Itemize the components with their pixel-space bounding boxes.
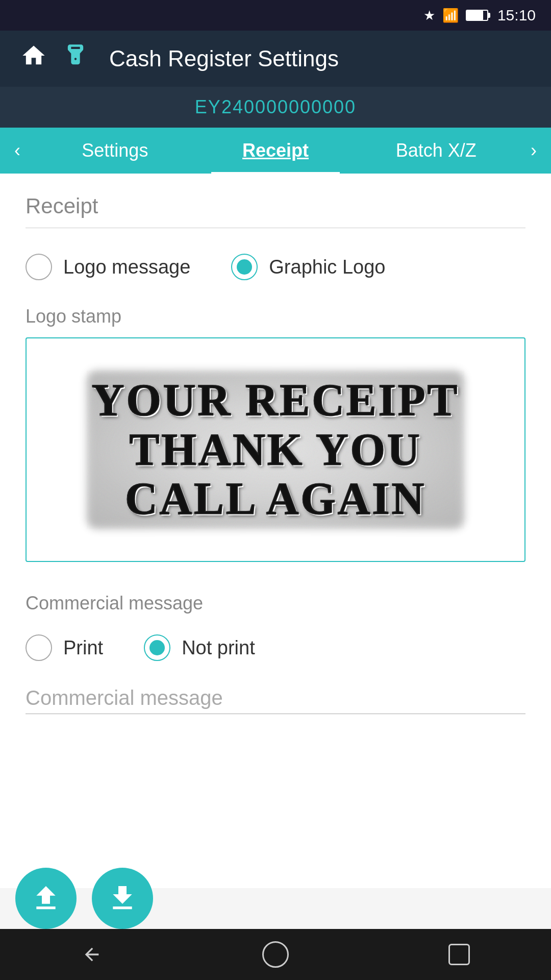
- print-radio[interactable]: [26, 634, 52, 661]
- tab-prev-arrow[interactable]: ‹: [0, 140, 35, 161]
- download-icon: [106, 882, 139, 915]
- commercial-input-line: [26, 714, 525, 714]
- download-button[interactable]: [92, 868, 153, 929]
- not-print-label: Not print: [182, 637, 255, 659]
- home-icon[interactable]: [20, 42, 47, 75]
- logo-message-label: Logo message: [63, 256, 190, 278]
- action-buttons: [15, 868, 153, 929]
- print-label: Print: [63, 637, 103, 659]
- battery-icon: [466, 10, 488, 21]
- graphic-logo-label: Graphic Logo: [269, 256, 385, 278]
- nav-back-button[interactable]: [71, 934, 112, 975]
- commercial-input-label: Commercial message: [26, 687, 525, 709]
- logo-type-radio-group: Logo message Graphic Logo: [26, 254, 525, 280]
- tab-next-arrow[interactable]: ›: [516, 140, 551, 161]
- app-header: Cash Register Settings: [0, 31, 551, 87]
- commercial-message-section-label: Commercial message: [26, 593, 525, 614]
- nav-home-button[interactable]: [255, 934, 296, 975]
- signal-icon: 📶: [442, 8, 459, 23]
- section-divider: [26, 228, 525, 228]
- status-icons: ★ 📶: [423, 8, 488, 23]
- status-time: 15:10: [497, 7, 536, 24]
- logo-message-radio[interactable]: [26, 254, 52, 280]
- tab-items: Settings Receipt Batch X/Z: [35, 128, 516, 174]
- not-print-radio[interactable]: [144, 634, 170, 661]
- stamp-lines: YOUR RECEIPT THANK YOU CALL AGAIN: [92, 376, 459, 524]
- stamp-line-3: CALL AGAIN: [92, 474, 459, 524]
- register-icon: [62, 42, 89, 75]
- not-print-option[interactable]: Not print: [144, 634, 255, 661]
- graphic-logo-radio[interactable]: [231, 254, 258, 280]
- tab-batchxz[interactable]: Batch X/Z: [356, 128, 516, 174]
- stamp-line-1: YOUR RECEIPT: [92, 376, 459, 425]
- serial-number: EY240000000000: [195, 96, 356, 118]
- stamp-line-2: THANK YOU: [92, 425, 459, 475]
- nav-home-circle: [262, 941, 289, 968]
- upload-button[interactable]: [15, 868, 77, 929]
- upload-icon: [30, 882, 62, 915]
- header-title: Cash Register Settings: [109, 46, 339, 71]
- logo-message-option[interactable]: Logo message: [26, 254, 190, 280]
- graphic-logo-option[interactable]: Graphic Logo: [231, 254, 385, 280]
- stamp-image: YOUR RECEIPT THANK YOU CALL AGAIN: [42, 371, 509, 529]
- bluetooth-icon: ★: [423, 8, 435, 23]
- status-bar: ★ 📶 15:10: [0, 0, 551, 31]
- serial-bar: EY240000000000: [0, 87, 551, 128]
- main-content: Receipt Logo message Graphic Logo Logo s…: [0, 174, 551, 888]
- logo-stamp-box[interactable]: YOUR RECEIPT THANK YOU CALL AGAIN: [26, 337, 525, 562]
- print-option[interactable]: Print: [26, 634, 103, 661]
- commercial-message-radio-group: Print Not print: [26, 634, 525, 661]
- logo-stamp-label: Logo stamp: [26, 306, 525, 327]
- stamp-text-container: YOUR RECEIPT THANK YOU CALL AGAIN: [87, 371, 464, 529]
- nav-square: [448, 944, 470, 965]
- nav-recent-button[interactable]: [439, 934, 480, 975]
- nav-bar: [0, 929, 551, 980]
- tab-bar: ‹ Settings Receipt Batch X/Z ›: [0, 128, 551, 174]
- tab-receipt[interactable]: Receipt: [195, 128, 356, 174]
- section-title: Receipt: [26, 194, 525, 218]
- tab-settings[interactable]: Settings: [35, 128, 195, 174]
